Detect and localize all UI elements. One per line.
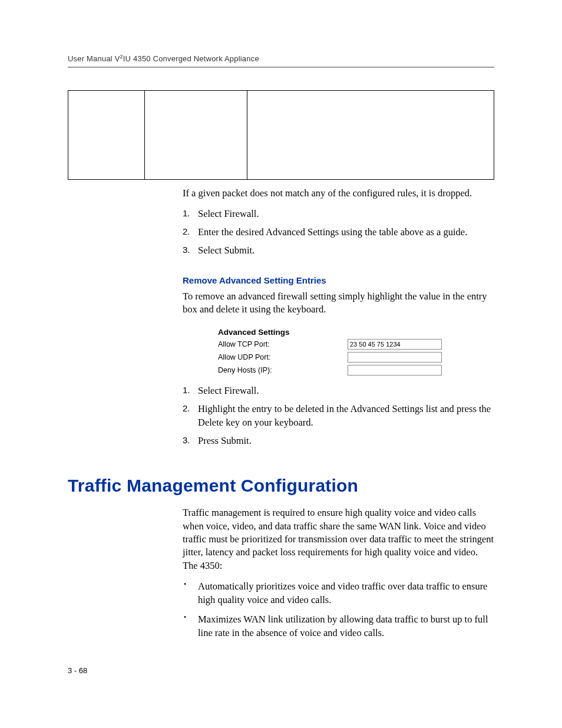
- step-number: 3.: [183, 243, 190, 256]
- list-item: 2.Enter the desired Advanced Settings us…: [183, 225, 494, 239]
- page-number: 3 - 68: [68, 666, 87, 675]
- advanced-row-tcp: Allow TCP Port:: [218, 339, 494, 350]
- steps-list-1: 1.Select Firewall. 2.Enter the desired A…: [183, 207, 494, 257]
- list-item: 1.Select Firewall.: [183, 207, 494, 220]
- deny-hosts-input[interactable]: [348, 365, 442, 375]
- advanced-settings-panel: Advanced Settings Allow TCP Port: Allow …: [218, 328, 494, 375]
- header-prefix: User Manual V: [68, 54, 120, 63]
- allow-udp-label: Allow UDP Port:: [218, 353, 348, 361]
- step-number: 1.: [183, 384, 190, 396]
- remove-heading: Remove Advanced Setting Entries: [183, 275, 494, 285]
- header-suffix: IU 4350 Converged Network Appliance: [123, 54, 259, 63]
- step-text: Highlight the entry to be deleted in the…: [198, 403, 491, 428]
- step-text: Select Firewall.: [198, 208, 259, 219]
- remove-paragraph: To remove an advanced firewall setting s…: [183, 290, 494, 317]
- empty-reference-table: [68, 90, 494, 180]
- table-cell: [247, 91, 494, 180]
- step-number: 2.: [183, 402, 190, 414]
- step-number: 3.: [183, 434, 190, 446]
- intro-paragraph: If a given packet does not match any of …: [183, 187, 494, 200]
- bullet-text: Automatically prioritizes voice and vide…: [198, 581, 487, 605]
- list-item: Maximizes WAN link utilization by allowi…: [183, 612, 494, 640]
- deny-hosts-label: Deny Hosts (IP):: [218, 366, 348, 374]
- body-column: If a given packet does not match any of …: [183, 187, 494, 447]
- advanced-row-udp: Allow UDP Port:: [218, 352, 494, 363]
- header-rule: [68, 67, 494, 68]
- traffic-management-heading: Traffic Management Configuration: [68, 476, 494, 496]
- list-item: Automatically prioritizes voice and vide…: [183, 579, 494, 607]
- step-text: Select Submit.: [198, 245, 254, 256]
- allow-tcp-label: Allow TCP Port:: [218, 340, 348, 348]
- list-item: 3.Select Submit.: [183, 243, 494, 257]
- step-text: Enter the desired Advanced Settings usin…: [198, 226, 467, 238]
- list-item: 3.Press Submit.: [183, 434, 494, 447]
- running-header: User Manual V2IU 4350 Converged Network …: [68, 54, 494, 63]
- traffic-paragraph: Traffic management is required to ensure…: [183, 506, 494, 572]
- bullet-text: Maximizes WAN link utilization by allowi…: [198, 614, 488, 638]
- step-number: 1.: [183, 207, 190, 219]
- step-text: Press Submit.: [198, 435, 252, 446]
- list-item: 1.Select Firewall.: [183, 384, 494, 397]
- allow-udp-input[interactable]: [348, 352, 442, 363]
- advanced-settings-title: Advanced Settings: [218, 328, 494, 337]
- steps-list-2: 1.Select Firewall. 2.Highlight the entry…: [183, 384, 494, 447]
- table-cell: [68, 91, 145, 180]
- page: User Manual V2IU 4350 Converged Network …: [0, 0, 562, 728]
- traffic-bullets: Automatically prioritizes voice and vide…: [183, 579, 494, 640]
- allow-tcp-input[interactable]: [348, 339, 442, 350]
- advanced-row-deny: Deny Hosts (IP):: [218, 365, 494, 375]
- step-text: Select Firewall.: [198, 385, 259, 396]
- step-number: 2.: [183, 225, 190, 238]
- list-item: 2.Highlight the entry to be deleted in t…: [183, 402, 494, 429]
- table-cell: [145, 91, 247, 180]
- content-area: If a given packet does not match any of …: [68, 90, 494, 640]
- traffic-body: Traffic management is required to ensure…: [183, 506, 494, 640]
